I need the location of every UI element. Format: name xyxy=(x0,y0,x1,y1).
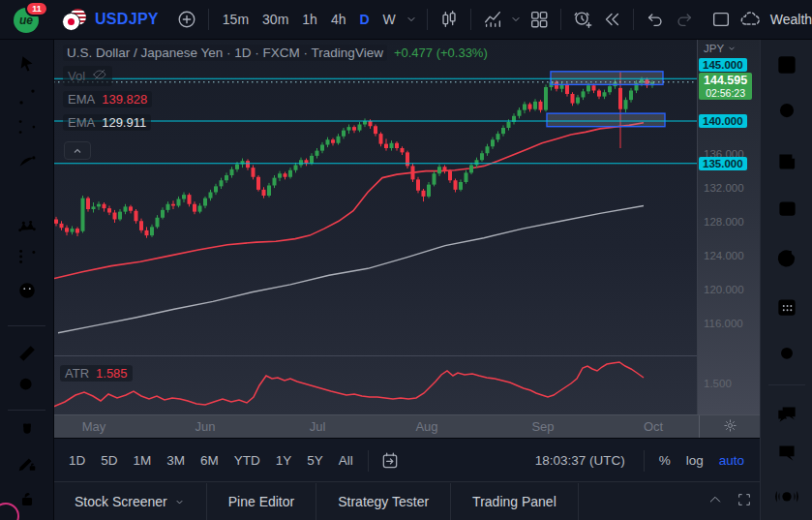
collapse-panel-chevron-icon[interactable] xyxy=(707,492,723,511)
candle-body xyxy=(209,193,213,199)
forecast-tool-icon[interactable] xyxy=(13,242,42,271)
fullscreen-icon[interactable] xyxy=(737,492,752,511)
interval-1h[interactable]: 1h xyxy=(295,6,324,33)
candle-body xyxy=(501,128,505,134)
axis-gear-icon[interactable] xyxy=(723,418,737,437)
candle-body xyxy=(326,139,330,144)
cloud-save-icon[interactable] xyxy=(736,5,765,34)
time-axis[interactable]: MayJunJulAugSepOct xyxy=(53,414,760,439)
news-icon[interactable] xyxy=(773,148,800,175)
candle-body xyxy=(491,139,495,146)
time-axis-settings[interactable] xyxy=(699,415,761,439)
japan-flag-icon xyxy=(62,13,80,31)
price-tick: 132.000 xyxy=(704,182,744,194)
ema-slow-value: 129.911 xyxy=(102,115,146,130)
percent-scale-button[interactable]: % xyxy=(651,451,678,470)
candle-body xyxy=(603,92,607,96)
candle-body xyxy=(416,179,420,190)
redo-icon[interactable] xyxy=(670,5,699,34)
range-5y[interactable]: 5Y xyxy=(299,451,331,470)
range-3m[interactable]: 3M xyxy=(159,451,193,470)
price-scale-currency[interactable]: JPY xyxy=(704,43,737,54)
supply-demand-zone[interactable] xyxy=(547,113,665,127)
interval-chevron-down-icon[interactable] xyxy=(403,5,420,34)
range-all[interactable]: All xyxy=(331,451,361,470)
economic-calendar-icon[interactable] xyxy=(773,293,800,321)
layout-name[interactable]: Wealth xyxy=(770,12,812,27)
symbol-title[interactable]: U.S. Dollar / Japanese Yen · 1D · FXCM ·… xyxy=(63,45,387,61)
supply-demand-zone[interactable] xyxy=(551,72,663,85)
candle-body xyxy=(113,213,117,220)
ruler-tool-icon[interactable] xyxy=(13,339,42,368)
user-menu-button[interactable]: ue 11 xyxy=(14,4,46,35)
candle-body xyxy=(437,167,441,173)
brush-tool-icon[interactable] xyxy=(13,147,42,176)
candle-body xyxy=(161,210,165,218)
tab-strategy-tester[interactable]: Strategy Tester xyxy=(316,482,450,520)
grid-layout-icon[interactable] xyxy=(525,5,554,34)
auto-scale-button[interactable]: auto xyxy=(711,451,752,470)
range-6m[interactable]: 6M xyxy=(193,451,226,470)
magnet-tool-icon[interactable] xyxy=(13,416,42,445)
tab-trading-panel[interactable]: Trading Panel xyxy=(451,482,578,520)
price-change: +0.477 (+0.33%) xyxy=(394,46,488,60)
cursor-tool-icon[interactable] xyxy=(13,49,42,78)
ideas-icon[interactable] xyxy=(773,342,800,369)
trend-line-tool-icon[interactable] xyxy=(13,82,42,111)
legend-collapse-button[interactable] xyxy=(64,141,91,160)
eye-off-icon[interactable] xyxy=(92,67,107,85)
candlestick-style-icon[interactable] xyxy=(435,5,464,34)
zoom-in-tool-icon[interactable] xyxy=(13,371,42,400)
drawing-mode-lock-icon[interactable] xyxy=(13,448,42,477)
candle-body xyxy=(608,86,612,92)
text-tool-icon[interactable] xyxy=(13,177,42,206)
emoji-tool-icon[interactable] xyxy=(13,276,42,305)
interval-15m[interactable]: 15m xyxy=(216,6,256,33)
range-1m[interactable]: 1M xyxy=(126,451,160,470)
symbol-search-button[interactable]: USDJPY xyxy=(95,11,159,28)
candle-body xyxy=(582,91,586,97)
range-1y[interactable]: 1Y xyxy=(268,451,300,470)
gann-fib-tool-icon[interactable] xyxy=(13,112,42,141)
indicators-chevron-down-icon[interactable] xyxy=(507,5,525,34)
streams-icon[interactable] xyxy=(773,484,800,511)
private-chat-icon[interactable] xyxy=(773,439,800,466)
candle-body xyxy=(288,170,292,177)
tradingview-app: ue 11 USDJPY 15m 30m 1h 4h D W xyxy=(0,0,812,520)
tab-stock-screener[interactable]: Stock Screener xyxy=(53,482,206,520)
indicators-icon[interactable] xyxy=(478,5,507,34)
xabcd-pattern-tool-icon[interactable] xyxy=(13,212,42,241)
alert-plus-icon[interactable] xyxy=(568,5,597,34)
candle-body xyxy=(284,173,287,177)
go-to-date-icon[interactable] xyxy=(376,446,405,475)
candle-body xyxy=(71,229,75,232)
price-tick: 124.000 xyxy=(704,250,744,261)
price-scale[interactable]: JPY 144.595 02:56:23 1.500 136.000132.00… xyxy=(697,39,761,414)
interval-4h[interactable]: 4h xyxy=(324,6,353,33)
top-toolbar: ue 11 USDJPY 15m 30m 1h 4h D W xyxy=(0,0,812,40)
candle-body xyxy=(225,175,228,180)
alerts-icon[interactable] xyxy=(773,96,800,123)
interval-1w[interactable]: W xyxy=(376,6,403,33)
line-price-label: 135.000 xyxy=(699,157,747,170)
replay-icon[interactable] xyxy=(597,5,626,34)
tab-pine-editor[interactable]: Pine Editor xyxy=(207,482,316,520)
candle-body xyxy=(230,169,234,175)
interval-30m[interactable]: 30m xyxy=(256,6,295,33)
watchlist-icon[interactable] xyxy=(773,51,800,78)
hotlists-icon[interactable] xyxy=(773,245,800,272)
compare-plus-icon[interactable] xyxy=(172,5,201,34)
undo-icon[interactable] xyxy=(641,5,670,34)
log-scale-button[interactable]: log xyxy=(678,451,711,470)
text-notes-icon[interactable] xyxy=(773,194,800,221)
range-1d[interactable]: 1D xyxy=(61,451,93,470)
range-ytd[interactable]: YTD xyxy=(226,451,268,470)
range-5d[interactable]: 5D xyxy=(93,451,125,470)
public-chats-icon[interactable] xyxy=(773,400,800,427)
session-clock[interactable]: 18:03:37 (UTC) xyxy=(535,453,625,468)
candle-body xyxy=(523,105,526,110)
toolbar-separator xyxy=(560,9,561,30)
candle-body xyxy=(320,145,324,151)
layout-rect-icon[interactable] xyxy=(707,5,736,34)
interval-1d[interactable]: D xyxy=(352,6,376,33)
